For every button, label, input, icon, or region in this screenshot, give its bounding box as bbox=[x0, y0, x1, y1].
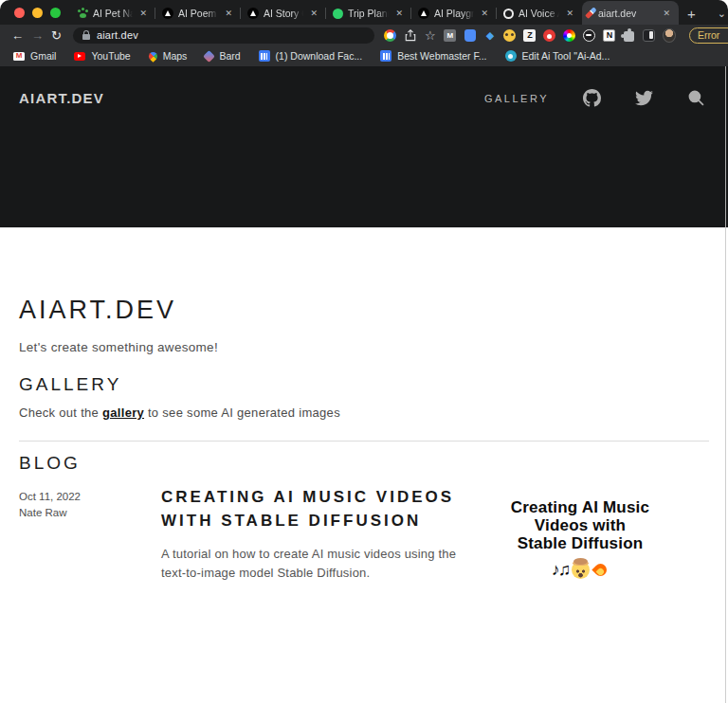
nerd-face-icon[interactable] bbox=[503, 29, 516, 42]
thumbnail-text-line: Stable Diffusion bbox=[499, 534, 662, 552]
thumbnail-text-line: Videos with bbox=[499, 516, 662, 534]
nav-gallery-link[interactable]: GALLERY bbox=[484, 93, 549, 104]
tab-label: AI Poem Gene bbox=[178, 8, 218, 19]
back-button[interactable]: ← bbox=[11, 29, 24, 42]
url-text: aiart.dev bbox=[97, 29, 138, 41]
tab-close-icon[interactable]: ✕ bbox=[661, 8, 672, 19]
dark-reader-icon[interactable] bbox=[583, 29, 595, 42]
minimize-window-button[interactable] bbox=[32, 8, 43, 18]
gallery-link[interactable]: gallery bbox=[102, 406, 144, 420]
gallery-text-after: to see some AI generated images bbox=[144, 406, 340, 420]
triangle-favicon-icon bbox=[162, 8, 173, 19]
ring-favicon-icon bbox=[503, 9, 514, 19]
bookmark-label: Edit Ai Tool "Ai-Ad... bbox=[522, 50, 610, 62]
tab-aiart-dev-active[interactable]: aiart.dev ✕ bbox=[582, 1, 679, 25]
triangle-favicon-icon bbox=[247, 8, 259, 19]
tab-ai-voice[interactable]: AI Voice Acti ✕ bbox=[497, 2, 582, 25]
reload-button[interactable]: ↻ bbox=[51, 29, 62, 42]
window-right-edge bbox=[725, 66, 726, 703]
new-tab-button[interactable]: + bbox=[679, 6, 704, 25]
extension-m-icon[interactable]: M bbox=[444, 29, 456, 42]
github-icon[interactable] bbox=[583, 89, 601, 107]
extensions-puzzle-icon[interactable] bbox=[624, 31, 634, 42]
bookmark-download-fac[interactable]: (1) Download Fac... bbox=[259, 50, 363, 62]
paintbrush-favicon-icon bbox=[585, 7, 597, 19]
tab-label: AI Pet Name G bbox=[93, 8, 133, 19]
post-title-link[interactable]: CREATING AI MUSIC VIDEOS WITH STABLE DIF… bbox=[161, 485, 480, 532]
extension-blue-icon[interactable] bbox=[464, 29, 476, 42]
tab-close-icon[interactable]: ✕ bbox=[308, 8, 319, 19]
bookmark-label: Best Webmaster F... bbox=[397, 50, 486, 62]
tab-ai-playground[interactable]: AI Playground ✕ bbox=[411, 2, 497, 25]
window-controls bbox=[0, 0, 70, 25]
page-content: AIART.DEV Let's create something awesome… bbox=[0, 227, 728, 582]
bard-sparkle-icon bbox=[204, 50, 216, 63]
tab-ai-pet-name[interactable]: AI Pet Name G ✕ bbox=[70, 2, 155, 25]
twitter-icon[interactable] bbox=[635, 89, 653, 107]
tab-label: AI Voice Acti bbox=[519, 8, 559, 19]
bookmark-label: (1) Download Fac... bbox=[276, 50, 363, 62]
music-notes-emoji: ♪♫ bbox=[552, 560, 570, 580]
post-date: Oct 11, 2022 bbox=[19, 489, 161, 505]
tab-trip-planner[interactable]: Trip Planner | ✕ bbox=[326, 2, 411, 25]
bookmark-maps[interactable]: Maps bbox=[149, 50, 188, 62]
sidebar-extension-icon[interactable] bbox=[643, 29, 655, 42]
blog-heading: BLOG bbox=[19, 453, 709, 474]
bookmark-youtube[interactable]: YouTube bbox=[74, 50, 130, 62]
color-wheel-icon[interactable] bbox=[563, 29, 575, 42]
site-header: AIART.DEV GALLERY bbox=[0, 66, 728, 227]
page-subtitle: Let's create something awesome! bbox=[19, 340, 709, 354]
bookmark-edit-ai-tool[interactable]: Edit Ai Tool "Ai-Ad... bbox=[505, 50, 610, 62]
gallery-text: Check out the gallery to see some AI gen… bbox=[19, 406, 709, 420]
zoom-window-button[interactable] bbox=[50, 8, 61, 18]
tab-label: Trip Planner | bbox=[348, 8, 389, 19]
extension-z-icon[interactable]: Z bbox=[523, 29, 536, 42]
tab-ai-story[interactable]: AI Story Gene ✕ bbox=[241, 2, 326, 25]
bookmark-label: Gmail bbox=[30, 50, 56, 62]
blue-tile-icon bbox=[380, 50, 391, 62]
bookmark-star-icon[interactable]: ☆ bbox=[424, 28, 437, 42]
browser-toolbar: ← → ↻ aiart.dev ☆ M ◆ Z N Error bbox=[0, 25, 728, 45]
green-dot-favicon-icon bbox=[333, 9, 343, 19]
extension-red-icon[interactable] bbox=[543, 29, 555, 42]
extension-diamond-icon[interactable]: ◆ bbox=[483, 28, 497, 42]
tab-close-icon[interactable]: ✕ bbox=[137, 8, 149, 19]
page-title: AIART.DEV bbox=[19, 296, 709, 325]
tab-close-icon[interactable]: ✕ bbox=[564, 8, 575, 19]
close-window-button[interactable] bbox=[14, 8, 25, 18]
paw-favicon-icon bbox=[77, 8, 88, 19]
tab-label: AI Playground bbox=[434, 8, 474, 19]
google-icon[interactable] bbox=[384, 29, 396, 42]
browser-menu-error-badge[interactable]: Error ⋮ bbox=[689, 27, 728, 44]
address-bar[interactable]: aiart.dev bbox=[73, 27, 374, 44]
tab-close-icon[interactable]: ✕ bbox=[223, 8, 234, 19]
site-brand[interactable]: AIART.DEV bbox=[19, 90, 104, 106]
bookmark-bard[interactable]: Bard bbox=[205, 50, 240, 62]
blue-tile-icon bbox=[259, 50, 270, 62]
site-nav: GALLERY bbox=[484, 89, 705, 107]
bookmark-best-webmaster[interactable]: Best Webmaster F... bbox=[380, 50, 486, 62]
tab-search-chevron-icon[interactable]: ⌄ bbox=[704, 8, 728, 25]
forward-button[interactable]: → bbox=[31, 29, 44, 42]
exploding-head-emoji bbox=[572, 561, 590, 579]
notion-icon[interactable]: N bbox=[603, 29, 615, 42]
maps-pin-icon bbox=[147, 50, 159, 63]
search-icon[interactable] bbox=[687, 89, 705, 107]
thumbnail-text-line: Creating AI Music bbox=[499, 498, 662, 516]
bookmark-gmail[interactable]: M Gmail bbox=[13, 50, 56, 62]
tab-close-icon[interactable]: ✕ bbox=[393, 8, 405, 19]
blog-post-row: Oct 11, 2022 Nate Raw CREATING AI MUSIC … bbox=[19, 485, 709, 582]
gmail-icon: M bbox=[13, 52, 25, 61]
tab-close-icon[interactable]: ✕ bbox=[479, 8, 490, 19]
post-thumbnail[interactable]: Creating AI Music Videos with Stable Dif… bbox=[499, 485, 662, 582]
tab-ai-poem[interactable]: AI Poem Gene ✕ bbox=[155, 2, 241, 25]
error-badge-label: Error bbox=[698, 29, 719, 41]
share-icon[interactable] bbox=[404, 28, 417, 42]
youtube-icon bbox=[74, 52, 85, 61]
toolbar-icons: ☆ M ◆ Z N bbox=[384, 28, 676, 42]
post-author: Nate Raw bbox=[19, 505, 161, 521]
post-body: CREATING AI MUSIC VIDEOS WITH STABLE DIF… bbox=[161, 485, 480, 582]
profile-avatar[interactable] bbox=[663, 28, 676, 43]
triangle-favicon-icon bbox=[418, 8, 429, 19]
bookmark-label: YouTube bbox=[91, 50, 130, 62]
